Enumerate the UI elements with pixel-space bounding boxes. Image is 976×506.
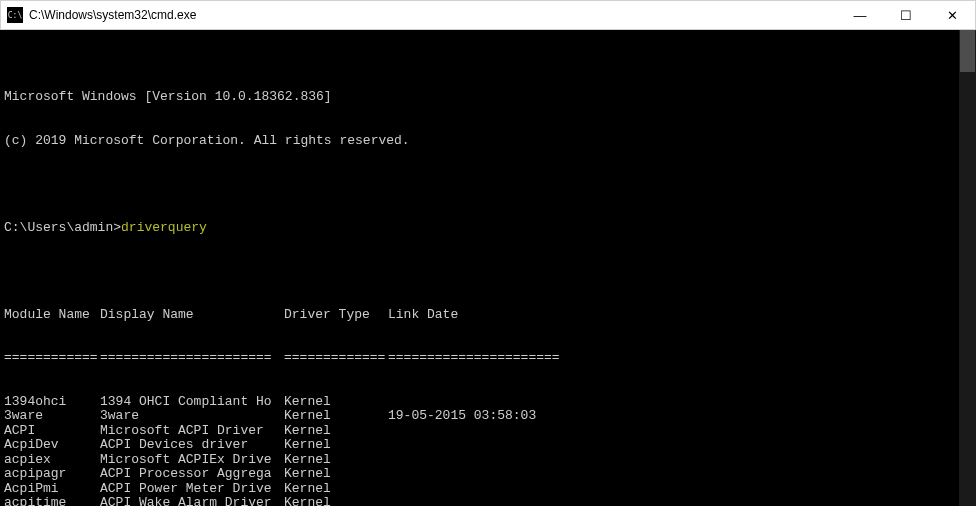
table-row: 3ware3wareKernel19-05-2015 03:58:03 — [4, 409, 976, 424]
terminal-content: Microsoft Windows [Version 10.0.18362.83… — [0, 59, 976, 506]
cell-c2: ACPI Wake Alarm Driver — [100, 496, 284, 506]
table-header: Module NameDisplay NameDriver TypeLink D… — [4, 308, 976, 323]
header-display-name: Display Name — [100, 308, 284, 323]
table-row: acpiexMicrosoft ACPIEx DriveKernel — [4, 453, 976, 468]
cell-c1: AcpiDev — [4, 438, 100, 453]
table-row: 1394ohci1394 OHCI Compliant HoKernel — [4, 395, 976, 410]
cell-c1: acpipagr — [4, 467, 100, 482]
cell-c3: Kernel — [284, 395, 388, 410]
minimize-button[interactable]: — — [837, 1, 883, 29]
prompt-path: C:\Users\admin> — [4, 220, 121, 235]
cell-c3: Kernel — [284, 467, 388, 482]
header-link-date: Link Date — [388, 308, 458, 323]
maximize-button[interactable]: ☐ — [883, 1, 929, 29]
cell-c4: 19-05-2015 03:58:03 — [388, 409, 536, 424]
scroll-thumb[interactable] — [960, 30, 975, 72]
cell-c3: Kernel — [284, 409, 388, 424]
table-row: AcpiDevACPI Devices driverKernel — [4, 438, 976, 453]
cell-c2: ACPI Processor Aggrega — [100, 467, 284, 482]
cell-c1: AcpiPmi — [4, 482, 100, 497]
header-module-name: Module Name — [4, 308, 100, 323]
cell-c1: acpitime — [4, 496, 100, 506]
table-rows: 1394ohci1394 OHCI Compliant HoKernel3war… — [4, 395, 976, 507]
title-bar: C:\ C:\Windows\system32\cmd.exe — ☐ ✕ — [0, 0, 976, 30]
app-icon: C:\ — [7, 7, 23, 23]
cell-c3: Kernel — [284, 424, 388, 439]
cell-c2: ACPI Devices driver — [100, 438, 284, 453]
blank-line — [4, 264, 976, 279]
cell-c2: Microsoft ACPIEx Drive — [100, 453, 284, 468]
cell-c3: Kernel — [284, 482, 388, 497]
blank-line — [4, 177, 976, 192]
command-text: driverquery — [121, 220, 207, 235]
prompt-line: C:\Users\admin>driverquery — [4, 221, 976, 236]
table-row: acpitimeACPI Wake Alarm DriverKernel — [4, 496, 976, 506]
cell-c3: Kernel — [284, 438, 388, 453]
vertical-scrollbar[interactable] — [959, 30, 976, 506]
table-row: ACPIMicrosoft ACPI DriverKernel — [4, 424, 976, 439]
cell-c3: Kernel — [284, 496, 388, 506]
window-controls: — ☐ ✕ — [837, 1, 975, 29]
window-title: C:\Windows\system32\cmd.exe — [29, 8, 837, 22]
table-row: acpipagrACPI Processor AggregaKernel — [4, 467, 976, 482]
cell-c3: Kernel — [284, 453, 388, 468]
cell-c1: 1394ohci — [4, 395, 100, 410]
cell-c2: ACPI Power Meter Drive — [100, 482, 284, 497]
cell-c1: ACPI — [4, 424, 100, 439]
close-button[interactable]: ✕ — [929, 1, 975, 29]
cell-c2: 1394 OHCI Compliant Ho — [100, 395, 284, 410]
table-separator: ========================================… — [4, 351, 976, 366]
cell-c2: 3ware — [100, 409, 284, 424]
table-row: AcpiPmiACPI Power Meter DriveKernel — [4, 482, 976, 497]
copyright-line: (c) 2019 Microsoft Corporation. All righ… — [4, 134, 976, 149]
terminal-area[interactable]: Microsoft Windows [Version 10.0.18362.83… — [0, 30, 976, 506]
cell-c1: acpiex — [4, 453, 100, 468]
version-line: Microsoft Windows [Version 10.0.18362.83… — [4, 90, 976, 105]
header-driver-type: Driver Type — [284, 308, 388, 323]
cell-c2: Microsoft ACPI Driver — [100, 424, 284, 439]
cell-c1: 3ware — [4, 409, 100, 424]
